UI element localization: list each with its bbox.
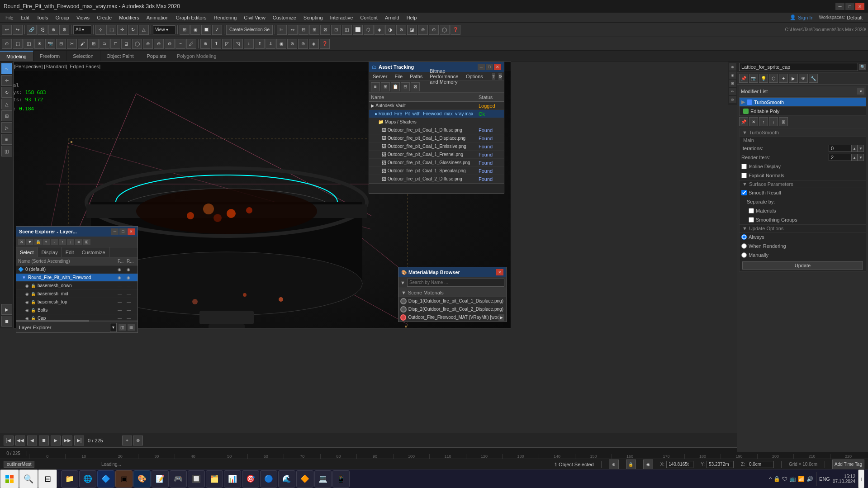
loop-btn[interactable]: ⊒ bbox=[121, 39, 131, 49]
se-tab-customize[interactable]: Customize bbox=[78, 247, 109, 257]
smooth-result-check[interactable] bbox=[741, 190, 747, 195]
wireframe-btn[interactable]: ⬚ bbox=[13, 39, 23, 49]
se-close-btn[interactable]: ✕ bbox=[128, 228, 135, 235]
mb-material-row-1[interactable]: Disp_1(Outdoor_fire_pit_Coal_1_Displace.… bbox=[398, 297, 506, 305]
misc17-btn[interactable]: ⊛ bbox=[298, 39, 308, 49]
stop-playback-btn[interactable]: ⏹ bbox=[39, 436, 49, 445]
camera-btn[interactable]: 📷 bbox=[45, 39, 55, 49]
asset-row-coal1-gloss[interactable]: 🖼 Outdoor_fire_pit_Coal_1_Glossiness.png… bbox=[369, 159, 504, 167]
move-mode-btn[interactable]: ✛ bbox=[1, 75, 12, 86]
object-name-input[interactable] bbox=[739, 63, 858, 71]
object-name-search[interactable]: 🔍 bbox=[859, 64, 866, 70]
shrink-btn[interactable]: ⊖ bbox=[154, 39, 164, 49]
material-btn[interactable]: ◫ bbox=[24, 39, 33, 49]
snap-toggle-btn[interactable]: ⊙ bbox=[2, 39, 12, 49]
asset-row-coal1-fres[interactable]: 🖼 Outdoor_fire_pit_Coal_1_Fresnel.png Fo… bbox=[369, 151, 504, 159]
misc5-btn[interactable]: ⬜ bbox=[353, 25, 363, 35]
maximize-button[interactable]: □ bbox=[845, 3, 854, 10]
se-tab-edit[interactable]: Edit bbox=[62, 247, 78, 257]
taskbar-app10-btn[interactable]: 📊 bbox=[224, 470, 241, 488]
obj-btn[interactable]: ◉ bbox=[190, 25, 200, 35]
misc9-btn[interactable]: ⊗ bbox=[396, 25, 406, 35]
misc14-btn[interactable]: ❓ bbox=[451, 25, 460, 35]
align-btn[interactable]: ⊨ bbox=[277, 25, 287, 35]
search-btn[interactable]: 🔍 bbox=[19, 469, 38, 488]
tray-volume[interactable]: 🔊 bbox=[806, 476, 813, 482]
bevel-btn[interactable]: ◸ bbox=[222, 39, 232, 49]
task-view-btn[interactable]: ⊟ bbox=[38, 469, 57, 488]
tray-antivirus[interactable]: 🛡 bbox=[782, 476, 787, 482]
menu-animation[interactable]: Animation bbox=[143, 14, 172, 21]
misc7-btn[interactable]: ◈ bbox=[375, 25, 384, 35]
ts-explicit-check[interactable] bbox=[741, 173, 747, 178]
layer-dropdown[interactable]: All ▾ bbox=[73, 25, 91, 34]
tray-chevron[interactable]: ^ bbox=[769, 476, 772, 482]
mod-camera-btn[interactable]: 📷 bbox=[749, 74, 758, 83]
se-icon1-btn[interactable]: ◫ bbox=[119, 324, 126, 331]
unlink-button[interactable]: ⛓ bbox=[38, 25, 47, 35]
menu-rendering[interactable]: Rendering bbox=[210, 14, 241, 21]
play-btn[interactable]: ▷ bbox=[1, 122, 12, 133]
se-search-btn[interactable]: ✕ bbox=[18, 239, 25, 245]
at-menu-file[interactable]: File bbox=[393, 73, 404, 80]
mod-helper-btn[interactable]: 🔧 bbox=[809, 74, 818, 83]
taskbar-app11-btn[interactable]: 🎯 bbox=[242, 470, 259, 488]
se-row-basemesh-top[interactable]: ◉ 🔒 basemesh_top — — bbox=[16, 298, 138, 306]
step-size-btn[interactable]: + bbox=[122, 436, 132, 445]
taskbar-app13-btn[interactable]: 🌊 bbox=[278, 470, 295, 488]
select-btn[interactable]: ⊹ bbox=[95, 25, 105, 35]
coord-btn-3[interactable]: ◉ bbox=[643, 460, 653, 469]
menu-arnold[interactable]: Arnold bbox=[381, 14, 403, 21]
when-rendering-radio[interactable] bbox=[741, 243, 747, 249]
ts-iterations-input[interactable] bbox=[829, 145, 851, 152]
conform-btn[interactable]: ⊃ bbox=[100, 39, 109, 49]
mod-move-up-btn[interactable]: ↑ bbox=[759, 117, 768, 126]
mod-show-all-btn[interactable]: ⊞ bbox=[779, 117, 788, 126]
rs-btn-4[interactable]: ✏ bbox=[729, 88, 736, 95]
update-options-header[interactable]: ▼ Update Options bbox=[740, 224, 866, 232]
view-dropdown[interactable]: View ▾ bbox=[153, 25, 175, 34]
rs-btn-2[interactable]: ◉ bbox=[729, 71, 736, 79]
menu-file[interactable]: File bbox=[2, 14, 17, 21]
undo-button[interactable]: ↩ bbox=[2, 25, 12, 35]
menu-group[interactable]: Group bbox=[52, 14, 73, 21]
smoothing-groups-check[interactable] bbox=[749, 217, 754, 223]
se-minimize-btn[interactable]: ─ bbox=[111, 228, 119, 235]
z-input[interactable] bbox=[747, 461, 774, 468]
show-desktop-btn[interactable]: | bbox=[858, 469, 864, 488]
close-button[interactable]: ✕ bbox=[855, 3, 864, 10]
misc10-btn[interactable]: ◪ bbox=[407, 25, 417, 35]
angle-btn[interactable]: ∠ bbox=[212, 25, 222, 35]
tab-populate[interactable]: Populate bbox=[140, 51, 173, 61]
select-mode-btn[interactable]: ↖ bbox=[1, 63, 12, 74]
at-settings-btn[interactable]: ⚙ bbox=[498, 73, 502, 80]
se-row-bolts[interactable]: ◉ 🔒 Bolts — — bbox=[16, 306, 138, 314]
mirror-btn[interactable]: ⇔ bbox=[288, 25, 298, 35]
next-frame-btn[interactable]: ▶| bbox=[74, 436, 84, 445]
soft-btn[interactable]: ~ bbox=[175, 39, 185, 49]
asset-row-coal1-spec[interactable]: 🖼 Outdoor_fire_pit_Coal_1_Specular.png F… bbox=[369, 167, 504, 175]
attach-btn[interactable]: ⇓ bbox=[266, 39, 275, 49]
mod-motion-btn[interactable]: ▶ bbox=[789, 74, 798, 83]
at-menu-paths[interactable]: Paths bbox=[408, 73, 424, 80]
asset-row-coal1-diff[interactable]: 🖼 Outdoor_fire_pit_Coal_1_Diffuse.png Fo… bbox=[369, 126, 504, 134]
misc3-btn[interactable]: ⊡ bbox=[331, 25, 341, 35]
se-add-btn[interactable]: + bbox=[43, 239, 50, 245]
se-row-cap[interactable]: ◉ 🔒 Cap — — bbox=[16, 314, 138, 320]
misc2-btn[interactable]: ⊠ bbox=[320, 25, 330, 35]
play-forward-btn[interactable]: ▶ bbox=[51, 436, 61, 445]
create-selection-btn[interactable]: Create Selection Se bbox=[226, 25, 273, 35]
flip-btn[interactable]: ↕ bbox=[244, 39, 254, 49]
coord-btn-2[interactable]: 🔒 bbox=[626, 460, 636, 469]
se-restore-btn[interactable]: □ bbox=[119, 228, 127, 235]
move-btn[interactable]: ✛ bbox=[117, 25, 127, 35]
asset-row-coal1-disp[interactable]: 🖼 Outdoor_fire_pit_Coal_1_Displace.png F… bbox=[369, 134, 504, 142]
taskbar-photoshop-btn[interactable]: 🎨 bbox=[133, 470, 151, 488]
menu-modifiers[interactable]: Modifiers bbox=[115, 14, 143, 21]
mod-pin-mod-btn[interactable]: 📌 bbox=[739, 117, 748, 126]
misc6-btn[interactable]: ⬡ bbox=[364, 25, 374, 35]
at-menu-server[interactable]: Server bbox=[371, 73, 389, 80]
ts-iter-down[interactable]: ▼ bbox=[858, 145, 864, 152]
se-tab-select[interactable]: Select bbox=[16, 247, 38, 257]
at-close-btn[interactable]: ✕ bbox=[494, 64, 501, 70]
